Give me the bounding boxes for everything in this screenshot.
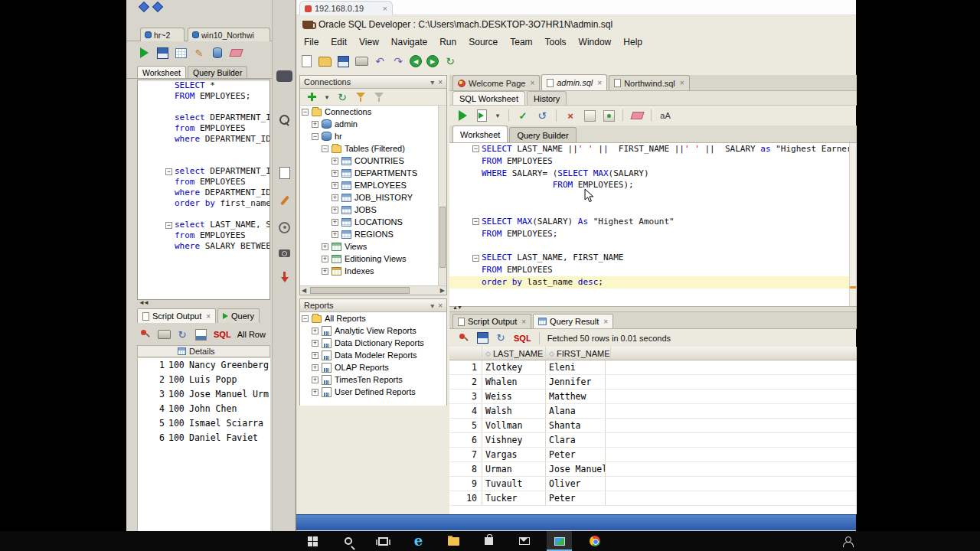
horizontal-scrollbar[interactable]: ◀ ▶ <box>300 285 446 295</box>
taskbar-mail-icon[interactable] <box>511 531 537 551</box>
tab-history[interactable]: History <box>527 91 567 105</box>
result-row[interactable]: 3WeissMatthew <box>449 390 857 404</box>
taskbar-edge-icon[interactable] <box>406 531 431 551</box>
code-line[interactable]: −SELECT LAST_NAME, FIRST_NAME <box>449 252 857 264</box>
close-tab-icon[interactable]: × <box>521 318 526 326</box>
tree-expander-icon[interactable]: + <box>332 158 338 165</box>
reports-item-data-modeler-reports[interactable]: +Data Modeler Reports <box>300 349 446 361</box>
tree-expander-icon[interactable]: + <box>332 207 338 214</box>
tree-expander-icon[interactable]: + <box>312 364 318 371</box>
tree-expander-icon[interactable]: + <box>312 389 318 396</box>
case-toggle-icon[interactable] <box>658 109 672 122</box>
connections-item-job-history[interactable]: +JOB_HISTORY <box>300 191 446 204</box>
code-line[interactable]: from EMPLOYEES <box>138 177 270 187</box>
cancel-icon[interactable] <box>564 109 577 122</box>
refresh-grid-icon[interactable] <box>494 331 508 345</box>
fold-toggle-icon[interactable]: − <box>472 255 479 262</box>
bg-details-grid[interactable]: 1100Nancy Greenberg2100Luis Popp3100Jose… <box>137 358 270 531</box>
menu-run[interactable]: Run <box>433 35 462 49</box>
connections-item-locations[interactable]: +LOCATIONS <box>300 216 446 228</box>
filter-icon[interactable] <box>354 90 368 104</box>
menu-source[interactable]: Source <box>462 35 504 49</box>
menu-edit[interactable]: Edit <box>325 35 353 49</box>
download-icon[interactable] <box>276 271 292 286</box>
save-icon[interactable] <box>155 46 169 60</box>
tree-expander-icon[interactable]: − <box>322 145 328 152</box>
code-line[interactable] <box>138 155 270 166</box>
tab-query-builder[interactable]: Query Builder <box>509 127 576 142</box>
magnifier-icon[interactable] <box>276 113 292 129</box>
back-icon[interactable] <box>410 55 422 67</box>
close-tab-icon[interactable]: × <box>383 4 387 13</box>
connections-item-departments[interactable]: +DEPARTMENTS <box>300 167 446 179</box>
connections-item-connections[interactable]: −Connections <box>300 106 446 118</box>
forward-icon[interactable] <box>426 55 439 67</box>
pencil-icon[interactable] <box>192 46 206 60</box>
code-line[interactable]: SELECT * <box>138 80 270 91</box>
result-row[interactable]: 1ZlotkeyEleni <box>449 360 857 375</box>
code-line[interactable]: −select LAST_NAME, S <box>138 220 270 230</box>
tree-expander-icon[interactable]: + <box>332 170 338 177</box>
remote-desktop-taskbar[interactable] <box>296 514 856 530</box>
splitter-collapse-icon[interactable]: ▲▼ <box>452 305 462 310</box>
sort-icon[interactable]: ◇ <box>485 350 491 357</box>
panel-close-icon[interactable]: × <box>438 78 443 86</box>
result-row[interactable]: 8UrmanJose Manuel <box>449 462 857 477</box>
open-file-icon[interactable] <box>318 54 332 68</box>
pin-icon[interactable] <box>457 331 471 345</box>
sort-icon[interactable]: ◇ <box>549 350 554 357</box>
taskbar-taskview-icon[interactable] <box>371 531 396 551</box>
reports-item-all-reports[interactable]: −All Reports <box>300 312 446 324</box>
code-line[interactable] <box>138 145 270 155</box>
taskbar-store-icon[interactable] <box>476 531 501 551</box>
tree-expander-icon[interactable]: + <box>322 256 328 262</box>
editor-scrollbar[interactable] <box>849 143 857 306</box>
taskbar-people-icon[interactable] <box>835 531 860 551</box>
clear-icon[interactable] <box>229 46 243 60</box>
menu-view[interactable]: View <box>353 35 385 49</box>
tree-expander-icon[interactable]: − <box>312 133 318 140</box>
scroll-right-icon[interactable]: ▶ <box>440 287 445 294</box>
code-line[interactable] <box>449 191 857 204</box>
pin-icon[interactable] <box>139 328 152 341</box>
print-icon[interactable] <box>157 328 171 341</box>
tree-expander-icon[interactable]: + <box>312 328 318 334</box>
taskbar-chrome-icon[interactable] <box>582 531 607 551</box>
tree-expander-icon[interactable]: + <box>312 352 318 359</box>
column-header-first-name[interactable]: ◇FIRST_NAME <box>546 347 611 360</box>
clipboard-icon[interactable] <box>276 165 292 181</box>
code-line[interactable] <box>449 204 857 216</box>
code-line[interactable]: −select DEPARTMENT_I <box>138 166 270 177</box>
result-row[interactable]: 5VollmanShanta <box>449 419 857 433</box>
result-row[interactable]: 6VishneyClara <box>449 433 857 448</box>
taskbar-capture-icon[interactable] <box>547 531 572 551</box>
tab-query-result[interactable]: Query Result × <box>533 314 613 328</box>
explain-plan-icon[interactable] <box>583 109 596 122</box>
dropdown-icon[interactable] <box>323 90 331 104</box>
detail-row[interactable]: 1100Nancy Greenberg <box>138 358 270 373</box>
detail-row[interactable]: 3100Jose Manuel Urm <box>138 387 270 402</box>
add-connection-icon[interactable] <box>305 90 318 104</box>
code-line[interactable]: order by first_name <box>138 198 270 209</box>
detail-row[interactable]: 4100John Chen <box>138 402 270 416</box>
bg-tab-win10-northwind[interactable]: win10_Northwi <box>188 28 270 41</box>
commit-icon[interactable] <box>516 109 530 122</box>
taskbar-search-icon[interactable] <box>335 531 361 551</box>
fold-toggle-icon[interactable]: − <box>472 218 479 225</box>
dropdown-icon[interactable] <box>494 109 501 122</box>
close-tab-icon[interactable]: × <box>206 312 211 321</box>
refresh-icon[interactable] <box>443 54 457 68</box>
code-line[interactable]: −SELECT LAST_NAME ||' ' || FIRST_NAME ||… <box>449 143 857 155</box>
tab-welcome-page[interactable]: Welcome Page × <box>452 75 540 90</box>
connections-item-indexes[interactable]: +Indexes <box>300 265 446 277</box>
connections-item-admin[interactable]: +admin <box>300 118 446 130</box>
menu-file[interactable]: File <box>298 35 325 49</box>
splitter-collapse-icon[interactable]: ◄◄ <box>139 299 148 306</box>
menu-window[interactable]: Window <box>573 35 618 49</box>
chart-icon[interactable] <box>194 328 207 341</box>
code-line[interactable]: select DEPARTMENT_I <box>138 112 270 123</box>
reports-item-data-dictionary-reports[interactable]: +Data Dictionary Reports <box>300 337 446 349</box>
run-statement-icon[interactable] <box>456 109 469 122</box>
connections-item-editioning-views[interactable]: +Editioning Views <box>300 253 446 265</box>
connections-item-hr[interactable]: −hr <box>300 130 446 142</box>
